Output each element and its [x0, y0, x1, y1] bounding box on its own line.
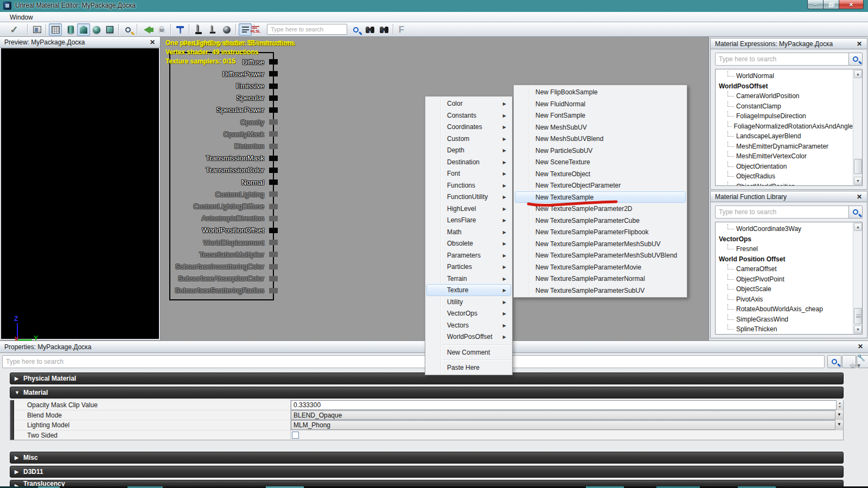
- tree-item-simplegrasswind[interactable]: SimpleGrassWind: [716, 314, 853, 325]
- favorites-button[interactable]: ★: [842, 355, 856, 368]
- preview-close-icon[interactable]: ✕: [148, 38, 157, 47]
- expressions-search-button[interactable]: [848, 53, 863, 66]
- tree-item-objectpivotpoint[interactable]: ObjectPivotPoint: [716, 274, 853, 285]
- section-d3d11[interactable]: ▶ D3D11: [10, 466, 844, 478]
- preview-panel-header[interactable]: Preview: MyPackage.Доска ✕: [0, 37, 160, 48]
- tree-item-objectscale[interactable]: ObjectScale: [716, 284, 853, 294]
- function-library-search-input[interactable]: [715, 206, 851, 219]
- flatten-toggle-button[interactable]: F: [396, 23, 407, 36]
- menu-item-new-meshsubuvblend[interactable]: New MeshSubUVBlend: [515, 133, 686, 145]
- connector-b-button[interactable]: [206, 23, 219, 36]
- scroll-down-icon[interactable]: ▼: [854, 177, 862, 185]
- properties-search-button[interactable]: [827, 355, 841, 368]
- material-input-pin[interactable]: [269, 107, 278, 113]
- dropdown-arrow-icon[interactable]: ▼: [835, 410, 843, 420]
- scrollbar-thumb[interactable]: [854, 308, 862, 324]
- expressions-search-input[interactable]: [715, 53, 851, 66]
- cylinder-primitive-button[interactable]: [64, 23, 77, 36]
- scroll-down-icon[interactable]: ▼: [854, 325, 862, 333]
- function-library-scrollbar[interactable]: ▲ ▼: [853, 222, 862, 334]
- two-sided-checkbox[interactable]: [292, 432, 299, 439]
- material-input-pin[interactable]: [269, 288, 278, 293]
- material-input-pin[interactable]: [269, 204, 278, 209]
- menu-item-custom[interactable]: Custom▶: [426, 133, 511, 145]
- menu-item-new-textureobject[interactable]: New TextureObject: [515, 168, 686, 180]
- scroll-up-icon[interactable]: ▲: [854, 70, 862, 78]
- tree-item-cameraoffset[interactable]: CameraOffset: [716, 264, 853, 274]
- menu-item-math[interactable]: Math▶: [426, 226, 511, 238]
- menu-item-new-texturesampleparametermeshsubuvblend[interactable]: New TextureSampleParameterMeshSubUVBlend: [515, 249, 686, 261]
- menu-item-utility[interactable]: Utility▶: [426, 296, 511, 308]
- clean-unused-button[interactable]: ☠: [155, 23, 168, 36]
- menu-item-new-texturesampleparametersubuv[interactable]: New TextureSampleParameterSubUV: [515, 285, 686, 297]
- options-button[interactable]: 🔧▾: [857, 355, 868, 368]
- section-material[interactable]: ▼ Material: [10, 387, 844, 399]
- menu-window[interactable]: Window: [5, 12, 37, 22]
- menu-item-vectorops[interactable]: VectorOps▶: [426, 307, 511, 319]
- tree-category-worldposoffset[interactable]: WorldPosOffset: [716, 81, 853, 92]
- tree-item-pivotaxis[interactable]: PivotAxis: [716, 294, 853, 305]
- preview-viewport[interactable]: Z X Y: [1, 48, 159, 339]
- material-input-pin[interactable]: [269, 216, 278, 221]
- material-input-pin[interactable]: [269, 95, 278, 101]
- material-input-pin[interactable]: [269, 264, 278, 269]
- properties-close-icon[interactable]: ✕: [856, 342, 865, 351]
- menu-item-functions[interactable]: Functions▶: [426, 179, 511, 191]
- undo-button[interactable]: [140, 23, 154, 36]
- search-button[interactable]: [349, 23, 362, 36]
- menu-item-new-texturesampleparametercube[interactable]: New TextureSampleParameterCube: [515, 215, 686, 227]
- expressions-scrollbar[interactable]: ▲ ▼: [853, 69, 862, 185]
- menu-item-functionutility[interactable]: FunctionUtility▶: [426, 191, 511, 203]
- function-library-close-icon[interactable]: ✕: [855, 192, 864, 201]
- grid-toggle-button[interactable]: [49, 23, 62, 36]
- menu-item-worldposoffset[interactable]: WorldPosOffset▶: [426, 331, 511, 343]
- tree-item-fresnel[interactable]: Fresnel: [716, 244, 853, 254]
- cube-primitive-button[interactable]: [77, 23, 90, 36]
- tree-item-objectradius[interactable]: ObjectRadius: [716, 171, 853, 182]
- find-previous-button[interactable]: ↑: [378, 23, 391, 36]
- menu-item-new-meshsubuv[interactable]: New MeshSubUV: [515, 121, 686, 133]
- menu-item-new-texturesample[interactable]: New TextureSample: [515, 191, 686, 203]
- tree-item-meshemittervertexcolor[interactable]: MeshEmitterVertexColor: [716, 151, 853, 162]
- tree-item-worldnormal[interactable]: WorldNormal: [716, 71, 853, 81]
- spin-down-icon[interactable]: ▼: [839, 405, 841, 409]
- menu-item-font[interactable]: Font▶: [426, 168, 511, 179]
- function-library-header[interactable]: Material Function Library ✕: [711, 191, 867, 202]
- material-input-pin[interactable]: [269, 191, 278, 197]
- tree-item-rotateaboutworldaxis-cheap[interactable]: RotateAboutWorldAxis_cheap: [716, 304, 853, 314]
- menu-item-color[interactable]: Color▶: [426, 98, 511, 110]
- menu-item-new-texturesampleparameterflipbook[interactable]: New TextureSampleParameterFlipbook: [515, 226, 686, 238]
- menu-item-texture[interactable]: Texture▶: [426, 284, 511, 296]
- material-input-pin[interactable]: [269, 84, 278, 89]
- menu-item-terrain[interactable]: Terrain▶: [426, 273, 511, 285]
- material-input-pin[interactable]: [269, 168, 278, 173]
- menu-item-new-comment[interactable]: New Comment: [426, 346, 511, 358]
- tree-item-constantclamp[interactable]: ConstantClamp: [716, 101, 853, 112]
- tree-item-meshemitterdynamicparameter[interactable]: MeshEmitterDynamicParameter: [716, 142, 853, 152]
- menu-item-new-texturesampleparametermovie[interactable]: New TextureSampleParameterMovie: [515, 261, 686, 273]
- material-input-pin[interactable]: [269, 71, 278, 76]
- material-input-pin[interactable]: [269, 131, 278, 137]
- material-input-pin[interactable]: [269, 156, 278, 161]
- minimize-button[interactable]: –: [807, 0, 824, 9]
- tree-category-world-position-offset[interactable]: World Position Offset: [716, 254, 853, 265]
- camera-orbit-button[interactable]: [220, 23, 233, 36]
- section-misc[interactable]: ▶ Misc: [10, 452, 844, 464]
- menu-item-parameters[interactable]: Parameters▶: [426, 249, 511, 261]
- menu-item-highlevel[interactable]: HighLevel▶: [426, 203, 511, 215]
- tree-item-objectworldposition[interactable]: ObjectWorldPosition: [716, 182, 853, 186]
- toolbar-search-input[interactable]: [267, 24, 347, 35]
- tree-item-landscapelayerblend[interactable]: LandscapeLayerBlend: [716, 131, 853, 142]
- menu-item-new-fontsample[interactable]: New FontSample: [515, 110, 686, 121]
- menu-item-paste-here[interactable]: Paste Here: [426, 362, 511, 374]
- opacity-mask-clip-value-input[interactable]: 0.333300: [291, 400, 843, 410]
- connector-a-button[interactable]: [192, 23, 205, 36]
- properties-search-input[interactable]: [2, 355, 825, 368]
- material-root-node[interactable]: DiffuseDiffusePowerEmissiveSpecularSpecu…: [169, 52, 274, 300]
- expressions-panel-header[interactable]: Material Expressions: MyPackage.Доска ✕: [711, 38, 867, 49]
- menu-item-new-particlesubuv[interactable]: New ParticleSubUV: [515, 145, 686, 157]
- menu-item-constants[interactable]: Constants▶: [426, 110, 511, 121]
- tree-item-cameraworldposition[interactable]: CameraWorldPosition: [716, 91, 853, 101]
- number-spinner[interactable]: ▲▼: [836, 400, 843, 410]
- spin-up-icon[interactable]: ▲: [839, 401, 841, 405]
